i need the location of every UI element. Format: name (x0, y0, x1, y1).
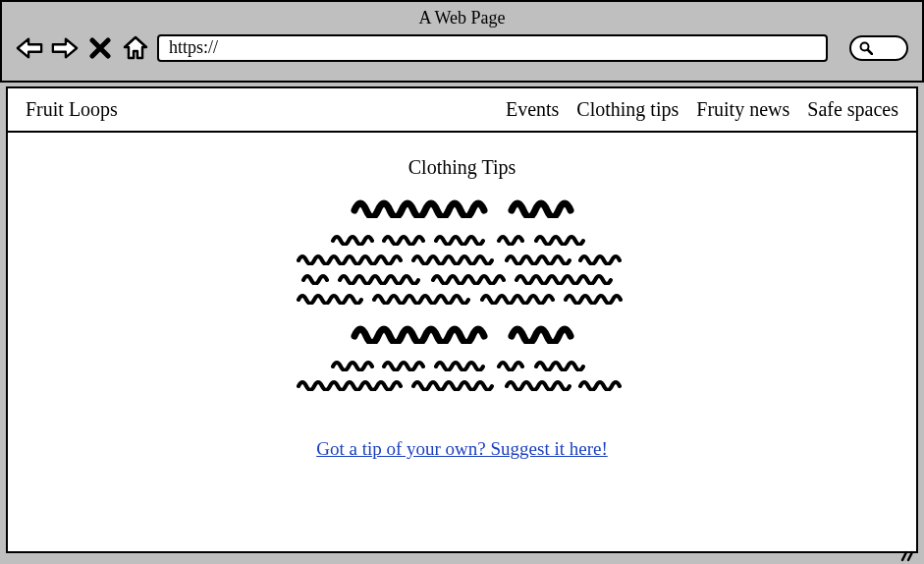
url-bar[interactable]: https:// (157, 34, 828, 62)
article-block-1 (8, 197, 916, 305)
suggest-tip-link[interactable]: Got a tip of your own? Suggest it here! (316, 438, 608, 460)
page-title: Clothing Tips (8, 156, 916, 179)
site-brand[interactable]: Fruit Loops (26, 98, 506, 121)
search-button[interactable] (849, 35, 908, 61)
placeholder-line (296, 293, 629, 305)
nav-safe-spaces[interactable]: Safe spaces (807, 98, 898, 121)
placeholder-line (330, 360, 595, 371)
placeholder-line (296, 379, 629, 391)
placeholder-line (330, 234, 595, 246)
forward-icon[interactable] (51, 34, 79, 62)
url-text: https:// (169, 37, 218, 58)
magnifier-icon (859, 41, 873, 55)
nav-links: Events Clothing tips Fruity news Safe sp… (506, 98, 898, 121)
back-icon[interactable] (16, 34, 43, 62)
site-nav: Fruit Loops Events Clothing tips Fruity … (8, 88, 916, 133)
browser-toolbar: https:// (10, 30, 914, 66)
browser-chrome: A Web Page https:// (0, 0, 924, 83)
page-viewport: Fruit Loops Events Clothing tips Fruity … (6, 86, 918, 553)
placeholder-line (300, 273, 625, 285)
placeholder-line (296, 254, 629, 265)
article-block-2 (8, 322, 916, 391)
nav-events[interactable]: Events (506, 98, 559, 121)
svg-line-1 (868, 50, 872, 54)
nav-clothing-tips[interactable]: Clothing tips (576, 98, 679, 121)
nav-fruity-news[interactable]: Fruity news (696, 98, 789, 121)
main-content: Clothing Tips Got a tip of your own? Sug… (8, 133, 916, 460)
resize-grip-icon[interactable] (900, 550, 916, 562)
placeholder-heading (350, 322, 575, 344)
stop-icon[interactable] (86, 34, 114, 62)
placeholder-heading (350, 197, 575, 218)
browser-window-title: A Web Page (10, 6, 914, 30)
home-icon[interactable] (122, 34, 149, 62)
